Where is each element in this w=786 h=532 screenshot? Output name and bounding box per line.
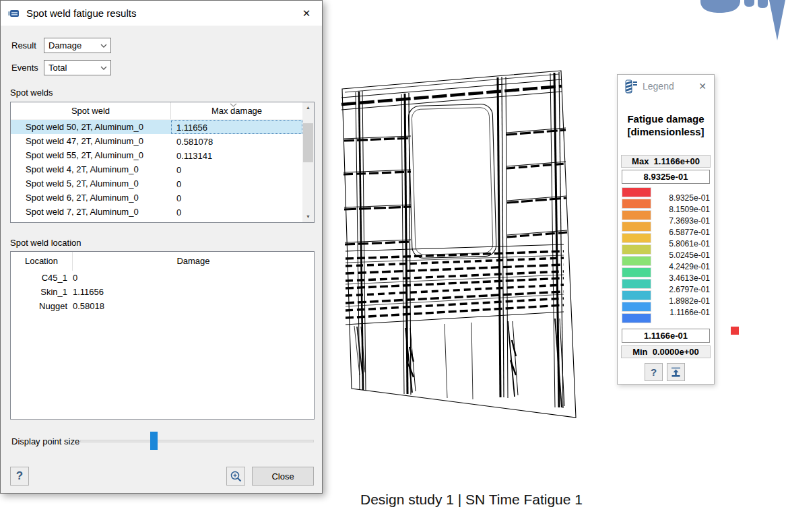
- chevron-down-icon: [100, 66, 107, 70]
- point-size-slider-thumb[interactable]: [150, 432, 158, 450]
- table-row[interactable]: Spot weld 4, 2T, Aluminum_00: [11, 162, 302, 176]
- legend-swatch: [622, 187, 651, 197]
- legend-scale-label: 1.8982e-01: [669, 296, 710, 306]
- spot-welds-scrollbar[interactable]: ▲ ▼: [302, 102, 314, 222]
- max-damage-value: 0: [171, 162, 302, 176]
- result-dropdown-value: Damage: [48, 40, 100, 51]
- legend-scale-label: 5.8061e-01: [669, 239, 710, 248]
- help-button[interactable]: ?: [10, 467, 29, 486]
- chevron-down-icon: [100, 44, 107, 48]
- zoom-to-selection-button[interactable]: [226, 467, 245, 486]
- scroll-up-icon[interactable]: ▲: [302, 102, 314, 113]
- spot-welds-section-label: Spot welds: [10, 88, 53, 98]
- dialog-title: Spot weld fatigue results: [26, 7, 136, 19]
- close-icon[interactable]: ✕: [694, 77, 711, 95]
- max-damage-value: 0: [171, 176, 302, 191]
- spot-welds-table: Spot weld Max damage Spot weld 50, 2T, A…: [10, 102, 315, 223]
- legend-scale-label: 5.0245e-01: [669, 251, 710, 260]
- table-row[interactable]: Spot weld 5, 2T, Aluminum_00: [11, 176, 302, 191]
- events-label: Events: [11, 63, 38, 73]
- max-damage-value: 0: [171, 191, 302, 205]
- legend-scale-label: 4.2429e-01: [669, 262, 710, 271]
- spot-welds-table-header: Spot weld Max damage: [11, 102, 302, 120]
- model-viewport[interactable]: Design study 1 | SN Time Fatigue 1: [323, 0, 786, 532]
- close-icon[interactable]: ✕: [296, 5, 317, 22]
- legend-upper-bound-field[interactable]: 8.9325e-01: [622, 170, 710, 184]
- model-wireframe: [330, 57, 586, 424]
- legend-swatch: [622, 256, 651, 266]
- legend-swatch: [622, 267, 651, 277]
- spot-welds-rows: Spot weld 50, 2T, Aluminum_01.11656Spot …: [11, 120, 314, 219]
- legend-scale-label: 3.4613e-01: [669, 273, 710, 283]
- spot-weld-name: Spot weld 7, 2T, Aluminum_0: [11, 205, 171, 219]
- spot-weld-icon: [8, 9, 21, 18]
- spot-weld-name: Spot weld 47, 2T, Aluminum_0: [11, 134, 171, 148]
- location-name: C45_1: [11, 271, 67, 285]
- legend-heading-line1: Fatigue damage: [618, 112, 714, 125]
- legend-panel: Legend ✕ Fatigue damage [dimensionless] …: [617, 74, 715, 385]
- table-row[interactable]: Spot weld 47, 2T, Aluminum_00.581078: [11, 134, 302, 148]
- legend-scale-label: 2.6797e-01: [669, 285, 710, 294]
- legend-scale-label: 8.1509e-01: [669, 205, 710, 214]
- legend-swatch: [622, 244, 651, 255]
- legend-swatch: [622, 302, 651, 312]
- damage-value: 0.58018: [67, 299, 314, 313]
- table-row[interactable]: Nugget0.58018: [11, 299, 314, 313]
- spot-weld-name: Spot weld 4, 2T, Aluminum_0: [11, 162, 171, 176]
- legend-swatch: [622, 199, 651, 209]
- legend-dock-button[interactable]: [667, 363, 685, 381]
- events-dropdown[interactable]: Total: [44, 60, 111, 75]
- max-damage-value: 1.11656: [171, 120, 302, 134]
- legend-swatch: [622, 279, 651, 289]
- viewport-caption: Design study 1 | SN Time Fatigue 1: [323, 492, 620, 508]
- legend-swatch: [622, 210, 651, 220]
- legend-max-value: Max 1.1166e+00: [621, 155, 711, 168]
- scroll-down-icon[interactable]: ▼: [302, 211, 314, 222]
- location-rows: C45_10Skin_11.11656Nugget0.58018: [11, 271, 314, 313]
- legend-title: Legend: [643, 81, 674, 92]
- location-name: Skin_1: [11, 285, 67, 299]
- legend-help-button[interactable]: ?: [645, 363, 663, 381]
- legend-scale-label: 6.5877e-01: [669, 228, 710, 237]
- column-header-location[interactable]: Location: [11, 252, 73, 271]
- table-row[interactable]: Spot weld 7, 2T, Aluminum_00: [11, 205, 302, 219]
- legend-scale-label: 8.9325e-01: [669, 193, 710, 203]
- column-header-spot-weld[interactable]: Spot weld: [11, 102, 171, 119]
- max-damage-value: 0.113141: [171, 148, 302, 162]
- close-button[interactable]: Close: [252, 467, 314, 486]
- dialog-titlebar[interactable]: Spot weld fatigue results ✕: [1, 1, 322, 26]
- siemens-logo-fragment: [694, 0, 786, 51]
- legend-heading: Fatigue damage [dimensionless]: [618, 112, 714, 138]
- legend-icon: [624, 78, 638, 94]
- point-size-label: Display point size: [11, 436, 79, 446]
- help-icon: ?: [16, 469, 23, 483]
- spot-weld-name: Spot weld 6, 2T, Aluminum_0: [11, 191, 171, 205]
- table-row[interactable]: C45_10: [11, 271, 314, 285]
- help-icon: ?: [651, 366, 657, 378]
- spot-weld-name: Spot weld 50, 2T, Aluminum_0: [11, 120, 171, 134]
- table-row[interactable]: Spot weld 55, 2T, Aluminum_00.113141: [11, 148, 302, 162]
- table-row[interactable]: Skin_11.11656: [11, 285, 314, 299]
- result-label: Result: [11, 40, 36, 51]
- selected-spot-weld-marker[interactable]: [731, 327, 739, 335]
- table-row[interactable]: Spot weld 6, 2T, Aluminum_00: [11, 191, 302, 205]
- point-size-slider-track[interactable]: [80, 440, 314, 442]
- spot-weld-name: Spot weld 5, 2T, Aluminum_0: [11, 176, 171, 191]
- column-header-damage[interactable]: Damage: [73, 252, 314, 271]
- legend-lower-bound-field[interactable]: 1.1166e-01: [622, 329, 710, 343]
- legend-min-value: Min 0.0000e+00: [621, 345, 711, 358]
- scrollbar-thumb[interactable]: [303, 123, 313, 162]
- magnifier-plus-icon: [229, 469, 242, 483]
- events-dropdown-value: Total: [48, 63, 100, 73]
- table-row[interactable]: Spot weld 50, 2T, Aluminum_01.11656: [11, 120, 302, 134]
- spot-weld-name: Spot weld 55, 2T, Aluminum_0: [11, 148, 171, 162]
- sort-descending-icon: [230, 103, 237, 107]
- dock-to-top-icon: [670, 366, 682, 378]
- damage-value: 0: [67, 271, 314, 285]
- damage-value: 1.11656: [67, 285, 314, 299]
- legend-swatch: [622, 233, 651, 243]
- result-dropdown[interactable]: Damage: [44, 38, 111, 53]
- close-button-label: Close: [271, 471, 294, 481]
- max-damage-value: 0.581078: [171, 134, 302, 148]
- legend-heading-line2: [dimensionless]: [618, 125, 714, 138]
